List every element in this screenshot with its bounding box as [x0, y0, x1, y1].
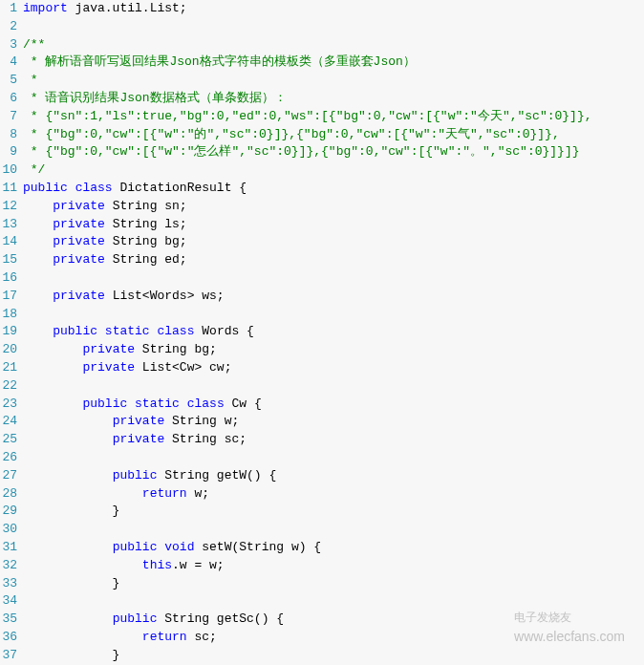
line-number: 27: [0, 467, 17, 485]
line-number: 26: [0, 449, 17, 467]
code-line: this.w = w;: [23, 557, 644, 575]
line-number: 30: [0, 521, 17, 539]
line-number: 9: [0, 143, 17, 161]
code-line: }: [23, 503, 644, 521]
code-line: public static class Cw {: [23, 396, 644, 414]
line-number: 37: [0, 647, 17, 665]
code-editor: 1234567891011121314151617181920212223242…: [0, 0, 644, 664]
code-line: private String sc;: [23, 431, 644, 449]
code-line: [23, 521, 644, 539]
line-number: 15: [0, 251, 17, 269]
line-number: 33: [0, 575, 17, 593]
line-number: 12: [0, 198, 17, 216]
code-line: * {"bg":0,"cw":[{"w":"怎么样","sc":0}]},{"b…: [23, 143, 644, 161]
code-line: private String ed;: [23, 251, 644, 269]
code-line: * {"sn":1,"ls":true,"bg":0,"ed":0,"ws":[…: [23, 108, 644, 126]
code-line: }: [23, 575, 644, 593]
code-line: [23, 269, 644, 288]
line-number: 8: [0, 126, 17, 144]
line-number: 25: [0, 431, 17, 449]
code-line: */: [23, 161, 644, 180]
code-content[interactable]: import java.util.List; /** * 解析语音听写返回结果J…: [23, 0, 644, 664]
code-line: return w;: [23, 485, 644, 504]
code-line: [23, 18, 644, 36]
line-number: 1: [0, 0, 17, 18]
line-number: 32: [0, 557, 17, 575]
code-line: [23, 592, 644, 611]
line-number: 35: [0, 611, 17, 629]
code-line: public String getSc() {: [23, 611, 644, 629]
code-line: private String sn;: [23, 198, 644, 216]
line-number-gutter: 1234567891011121314151617181920212223242…: [0, 0, 23, 664]
code-line: }: [23, 647, 644, 665]
code-line: * 解析语音听写返回结果Json格式字符串的模板类（多重嵌套Json）: [23, 54, 644, 72]
line-number: 36: [0, 629, 17, 647]
code-line: return sc;: [23, 629, 644, 647]
code-line: import java.util.List;: [23, 0, 644, 18]
line-number: 19: [0, 323, 17, 341]
code-line: public class DictationResult {: [23, 180, 644, 198]
line-number: 11: [0, 180, 17, 198]
code-line: public void setW(String w) {: [23, 539, 644, 557]
line-number: 29: [0, 503, 17, 521]
code-line: [23, 377, 644, 396]
line-number: 18: [0, 306, 17, 324]
line-number: 24: [0, 413, 17, 431]
line-number: 6: [0, 90, 17, 108]
code-line: private String w;: [23, 413, 644, 431]
line-number: 20: [0, 341, 17, 359]
code-line: public String getW() {: [23, 467, 644, 485]
code-line: public static class Words {: [23, 323, 644, 341]
code-line: private String bg;: [23, 233, 644, 251]
line-number: 28: [0, 485, 17, 504]
line-number: 3: [0, 36, 17, 54]
code-line: [23, 306, 644, 324]
code-line: private List<Cw> cw;: [23, 359, 644, 377]
line-number: 7: [0, 108, 17, 126]
code-line: private String bg;: [23, 341, 644, 359]
line-number: 21: [0, 359, 17, 377]
line-number: 34: [0, 592, 17, 611]
line-number: 14: [0, 233, 17, 251]
code-line: *: [23, 72, 644, 90]
line-number: 2: [0, 18, 17, 36]
line-number: 16: [0, 269, 17, 288]
line-number: 5: [0, 72, 17, 90]
line-number: 31: [0, 539, 17, 557]
line-number: 13: [0, 216, 17, 234]
code-line: /**: [23, 36, 644, 54]
line-number: 4: [0, 54, 17, 72]
code-line: private String ls;: [23, 216, 644, 234]
line-number: 23: [0, 396, 17, 414]
line-number: 17: [0, 288, 17, 306]
code-line: [23, 449, 644, 467]
code-line: * 语音识别结果Json数据格式（单条数据）：: [23, 90, 644, 108]
line-number: 10: [0, 161, 17, 180]
code-line: private List<Words> ws;: [23, 288, 644, 306]
line-number: 22: [0, 377, 17, 396]
code-line: * {"bg":0,"cw":[{"w":"的","sc":0}]},{"bg"…: [23, 126, 644, 144]
